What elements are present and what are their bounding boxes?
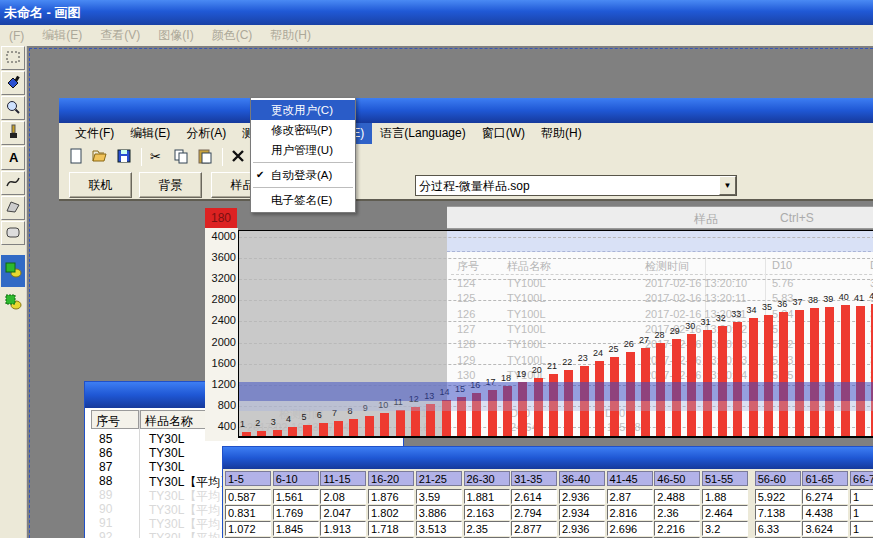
transparent-paste-option[interactable]	[1, 287, 25, 319]
grid-cell[interactable]: 3.513	[416, 521, 462, 536]
paint-menu-item-0[interactable]: (F)	[0, 29, 33, 43]
grid-cell[interactable]: 2.163	[464, 505, 510, 520]
grid-header-26-30[interactable]: 26-30	[464, 471, 510, 486]
brush-tool-button[interactable]	[1, 121, 25, 145]
app-menu-item-0[interactable]: 文件(F)	[67, 123, 122, 144]
grid-cell[interactable]: 1.802	[368, 505, 414, 520]
select-tool-button[interactable]	[1, 46, 25, 70]
open-toolbar-button[interactable]	[89, 147, 111, 167]
new-toolbar-button[interactable]	[65, 147, 87, 167]
grid-cell[interactable]: 2.936	[559, 521, 605, 536]
grid-cell[interactable]: 3.624	[802, 521, 848, 536]
grid-cell[interactable]: 2.934	[559, 505, 605, 520]
grid-cell[interactable]: 2.08	[320, 489, 366, 504]
app-menu-item-6[interactable]: 窗口(W)	[474, 123, 533, 144]
grid-cell[interactable]: 1.881	[464, 489, 510, 504]
grid-cell[interactable]: 2.936	[559, 489, 605, 504]
grid-cell[interactable]: 1	[850, 521, 873, 536]
grid-cell[interactable]: 3.59	[416, 489, 462, 504]
grid-cell[interactable]: 2.216	[654, 521, 700, 536]
grid-header-66-70[interactable]: 66-70	[850, 471, 873, 486]
grid-cell[interactable]: 2.877	[511, 521, 557, 536]
rounded-rect-tool-button[interactable]	[1, 221, 25, 245]
grid-header-56-60[interactable]: 56-60	[755, 471, 801, 486]
paint-menu-item-4[interactable]: 颜色(C)	[203, 27, 262, 44]
grid-cell[interactable]: 2.36	[654, 505, 700, 520]
grid-header-46-50[interactable]: 46-50	[654, 471, 700, 486]
grid-header-51-55[interactable]: 51-55	[702, 471, 748, 486]
grid-cell[interactable]: 2.047	[320, 505, 366, 520]
grid-cell[interactable]: 0.831	[225, 505, 271, 520]
magnifier-tool-button[interactable]	[1, 96, 25, 120]
grid-cell[interactable]: 3.2	[702, 521, 748, 536]
grid-cell[interactable]: 1.769	[273, 505, 319, 520]
analyzer-titlebar[interactable]	[59, 98, 873, 123]
polygon-tool-button[interactable]	[1, 196, 25, 220]
grid-header-31-35[interactable]: 31-35	[511, 471, 557, 486]
app-menu-item-5[interactable]: 语言(Language)	[372, 123, 473, 144]
grid-cell[interactable]: 6.33	[755, 521, 801, 536]
dropdown-item-1[interactable]: 修改密码(P)	[251, 120, 355, 140]
text-tool-button[interactable]: A	[1, 146, 25, 170]
fill-tool-button[interactable]	[1, 71, 25, 95]
sop-combobox[interactable]: 分过程-微量样品.sop ▼	[415, 175, 737, 196]
grid-cell[interactable]: 1.876	[368, 489, 414, 504]
grid-cell[interactable]: 2.614	[511, 489, 557, 504]
paint-menu-item-2[interactable]: 查看(V)	[91, 27, 149, 44]
paint-menu-item-5[interactable]: 帮助(H)	[261, 27, 320, 44]
grid-header-36-40[interactable]: 36-40	[559, 471, 605, 486]
selection-marquee-top[interactable]	[29, 48, 873, 49]
dropdown-item-2[interactable]: 用户管理(U)	[251, 140, 355, 160]
grid-cell[interactable]: 7.138	[755, 505, 801, 520]
grid-cell[interactable]: 1.561	[273, 489, 319, 504]
grid-cell[interactable]: 2.464	[702, 505, 748, 520]
app-menu-item-2[interactable]: 分析(A)	[178, 123, 234, 144]
grid-cell[interactable]: 1.845	[273, 521, 319, 536]
grid-cell[interactable]: 1.718	[368, 521, 414, 536]
grid-cell[interactable]: 1	[850, 505, 873, 520]
grid-cell[interactable]: 2.87	[607, 489, 653, 504]
copy-toolbar-button[interactable]	[170, 147, 192, 167]
grid-cell[interactable]: 1	[850, 489, 873, 504]
paint-titlebar[interactable]: 未命名 - 画图	[0, 0, 873, 25]
grid-cell[interactable]: 0.587	[225, 489, 271, 504]
app-menu-item-1[interactable]: 编辑(E)	[122, 123, 178, 144]
grid-header-21-25[interactable]: 21-25	[416, 471, 462, 486]
delete-toolbar-button[interactable]	[227, 147, 249, 167]
grid-cell[interactable]: 2.488	[654, 489, 700, 504]
mode-button-联机[interactable]: 联机	[69, 172, 132, 198]
combobox-dropdown-arrow-icon[interactable]: ▼	[719, 176, 736, 195]
distribution-grid-titlebar[interactable]	[223, 447, 873, 469]
grid-cell[interactable]: 5.922	[755, 489, 801, 504]
grid-header-41-45[interactable]: 41-45	[607, 471, 653, 486]
grid-header-16-20[interactable]: 16-20	[368, 471, 414, 486]
grid-cell[interactable]: 1.88	[702, 489, 748, 504]
curve-tool-button[interactable]	[1, 171, 25, 195]
chart-plot-area[interactable]: 序号样品名称检测时间D10D50124TY100L2017-02-16 13:2…	[238, 230, 873, 438]
grid-cell[interactable]: 2.35	[464, 521, 510, 536]
mode-button-背景[interactable]: 背景	[139, 172, 202, 198]
grid-cell[interactable]: 6.274	[802, 489, 848, 504]
paint-menu-item-1[interactable]: 编辑(E)	[33, 27, 91, 44]
grid-cell[interactable]: 2.794	[511, 505, 557, 520]
paint-menu-item-3[interactable]: 图像(I)	[149, 27, 202, 44]
paint-canvas[interactable]: 文件(F)编辑(E)分析(A)测试(M)电子签名(E)语言(Language)窗…	[27, 46, 873, 538]
grid-header-1-5[interactable]: 1-5	[225, 471, 271, 486]
grid-cell[interactable]: 4.438	[802, 505, 848, 520]
grid-cell[interactable]: 2.816	[607, 505, 653, 520]
app-menu-item-7[interactable]: 帮助(H)	[533, 123, 590, 144]
selection-marquee-left[interactable]	[29, 48, 30, 538]
column-header-no[interactable]: 序号	[91, 410, 139, 429]
grid-header-61-65[interactable]: 61-65	[802, 471, 848, 486]
paste-toolbar-button[interactable]	[194, 147, 216, 167]
cut-toolbar-button[interactable]: ✂	[146, 147, 168, 167]
opaque-paste-option[interactable]	[1, 255, 25, 287]
grid-header-6-10[interactable]: 6-10	[273, 471, 319, 486]
grid-cell[interactable]: 3.886	[416, 505, 462, 520]
dropdown-item-0[interactable]: 更改用户(C)	[251, 100, 355, 120]
dropdown-item-4[interactable]: 电子签名(E)	[251, 190, 355, 210]
grid-cell[interactable]: 1.072	[225, 521, 271, 536]
grid-cell[interactable]: 2.696	[607, 521, 653, 536]
save-toolbar-button[interactable]	[113, 147, 135, 167]
grid-cell[interactable]: 1.913	[320, 521, 366, 536]
